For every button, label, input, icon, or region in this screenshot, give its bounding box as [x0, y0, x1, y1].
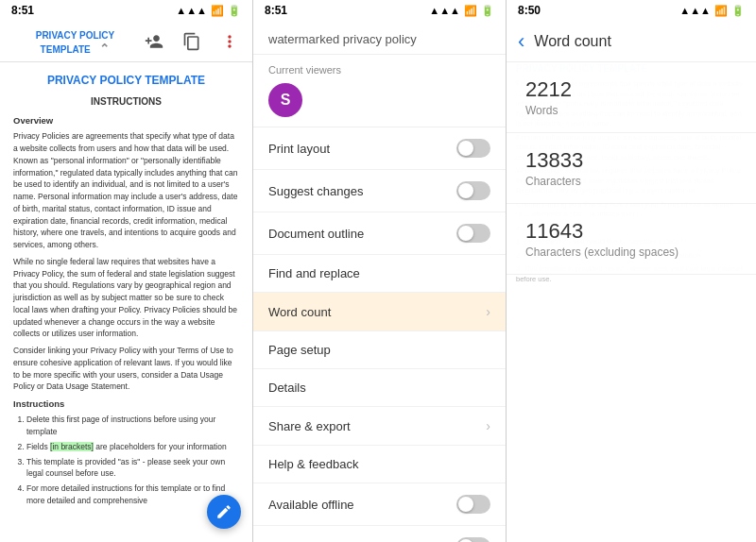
battery-icon-2: 🔋	[481, 5, 494, 17]
word-count-panel: 8:50 ▲▲▲ 📶 🔋 ‹ Word count PRIVACY POLICY…	[507, 0, 756, 542]
instructions-heading: Instructions	[13, 398, 239, 411]
menu-item-details[interactable]: Details	[253, 369, 506, 407]
highlight-brackets: [in brackets]	[50, 442, 94, 451]
viewer-avatar: S	[268, 83, 302, 117]
wifi-icon-2: 📶	[464, 5, 477, 17]
instructions-list: Delete this first page of instructions b…	[13, 414, 239, 506]
menu-item-label: Available offline	[268, 498, 354, 512]
status-icons-3: ▲▲▲ 📶 🔋	[679, 5, 745, 17]
document-content: PRIVACY POLICY TEMPLATE INSTRUCTIONS Ove…	[0, 62, 252, 542]
menu-doc-title: watermarked privacy policy	[268, 32, 417, 46]
menu-item-share-export[interactable]: Share & export ›	[253, 407, 506, 446]
menu-item-label: Print layout	[268, 142, 330, 156]
list-item: Fields [in brackets] are placeholders fo…	[26, 441, 239, 453]
list-item: This template is provided "as is" - plea…	[26, 456, 239, 481]
doc-title: PRIVACY POLICY TEMPLATE ⌃	[9, 27, 141, 56]
more-menu-button[interactable]	[216, 28, 243, 55]
menu-item-label: Document outline	[268, 227, 364, 241]
expand-icon[interactable]: ⌃	[99, 42, 110, 56]
list-item: For more detailed instructions for this …	[26, 483, 239, 507]
words-count: 2212	[525, 77, 737, 102]
document-panel: 8:51 ▲▲▲ 📶 🔋 PRIVACY POLICY TEMPLATE ⌃	[0, 0, 253, 542]
battery-icon-3: 🔋	[731, 5, 745, 17]
suggest-changes-toggle[interactable]	[456, 181, 490, 200]
chevron-right-icon-2: ›	[486, 418, 490, 433]
toolbar-right-icons[interactable]	[141, 28, 243, 55]
status-icons-2: ▲▲▲ 📶 🔋	[429, 5, 494, 17]
menu-item-label: Suggest changes	[268, 184, 363, 198]
document-outline-toggle[interactable]	[456, 224, 490, 243]
status-icons-1: ▲▲▲ 📶 🔋	[176, 5, 241, 17]
doc-instructions-heading: INSTRUCTIONS	[13, 94, 239, 109]
characters-no-spaces-label: Characters (excluding spaces)	[525, 246, 737, 259]
signal-icon: ▲▲▲	[176, 5, 207, 16]
edit-fab-button[interactable]	[207, 495, 241, 529]
menu-item-label: Find and replace	[268, 266, 360, 280]
overview-heading: Overview	[13, 114, 239, 127]
status-bar-1: 8:51 ▲▲▲ 📶 🔋	[0, 0, 252, 21]
stat-characters: 13833 Characters	[507, 133, 756, 204]
battery-icon: 🔋	[228, 5, 241, 17]
viewers-label: Current viewers	[268, 64, 490, 76]
time-2: 8:51	[265, 4, 287, 17]
wifi-icon: 📶	[211, 5, 224, 17]
menu-header: watermarked privacy policy	[253, 21, 506, 55]
person-add-button[interactable]	[141, 28, 167, 55]
signal-icon-3: ▲▲▲	[679, 5, 711, 16]
menu-item-suggest-changes[interactable]: Suggest changes	[253, 170, 506, 212]
menu-item-star-file[interactable]: Star file	[253, 526, 506, 542]
word-count-stats: 2212 Words 13833 Characters 11643 Charac…	[507, 62, 756, 275]
available-offline-toggle[interactable]	[456, 495, 490, 514]
characters-count: 13833	[525, 148, 737, 173]
menu-item-print-layout[interactable]: Print layout	[253, 127, 506, 170]
menu-list: Print layout Suggest changes Document ou…	[253, 127, 506, 542]
status-bar-2: 8:51 ▲▲▲ 📶 🔋	[253, 0, 506, 21]
menu-item-help-feedback[interactable]: Help & feedback	[253, 446, 506, 483]
wifi-icon-3: 📶	[714, 5, 728, 17]
overview-para-3: Consider linking your Privacy Policy wit…	[13, 345, 239, 393]
overview-para-2: While no single federal law requires tha…	[13, 256, 239, 340]
print-layout-toggle[interactable]	[456, 139, 490, 158]
status-bar-3: 8:50 ▲▲▲ 📶 🔋	[507, 0, 756, 21]
characters-label: Characters	[525, 175, 737, 188]
viewers-section: Current viewers S	[253, 55, 506, 127]
overview-para-1: Privacy Policies are agreements that spe…	[13, 130, 239, 251]
back-chevron-icon: ‹	[518, 29, 524, 53]
stat-words: 2212 Words	[507, 62, 756, 133]
word-count-header: ‹ Word count	[507, 21, 756, 62]
menu-item-document-outline[interactable]: Document outline	[253, 212, 506, 255]
back-button[interactable]: ‹	[518, 29, 524, 54]
menu-panel: 8:51 ▲▲▲ 📶 🔋 watermarked privacy policy …	[253, 0, 507, 542]
menu-item-available-offline[interactable]: Available offline	[253, 483, 506, 526]
toolbar-1: PRIVACY POLICY TEMPLATE ⌃	[0, 21, 252, 62]
menu-item-label: Details	[268, 381, 306, 395]
star-file-toggle[interactable]	[456, 537, 490, 542]
menu-item-word-count[interactable]: Word count ›	[253, 293, 506, 331]
menu-item-find-replace[interactable]: Find and replace	[253, 255, 506, 293]
menu-item-label: Help & feedback	[268, 457, 358, 471]
doc-main-title: PRIVACY POLICY TEMPLATE	[13, 72, 239, 89]
copy-doc-button[interactable]	[179, 28, 205, 55]
words-label: Words	[525, 104, 737, 117]
stat-characters-no-spaces: 11643 Characters (excluding spaces)	[507, 204, 756, 275]
menu-item-label: Page setup	[268, 343, 331, 357]
list-item: Delete this first page of instructions b…	[26, 414, 239, 438]
menu-item-label: Share & export	[268, 419, 351, 433]
menu-item-page-setup[interactable]: Page setup	[253, 331, 506, 369]
time-3: 8:50	[518, 4, 541, 17]
word-count-title: Word count	[534, 33, 611, 50]
characters-no-spaces-count: 11643	[525, 219, 737, 244]
menu-item-label: Word count	[268, 305, 331, 319]
time-1: 8:51	[11, 4, 34, 17]
signal-icon-2: ▲▲▲	[429, 5, 460, 16]
chevron-right-icon: ›	[486, 304, 490, 319]
